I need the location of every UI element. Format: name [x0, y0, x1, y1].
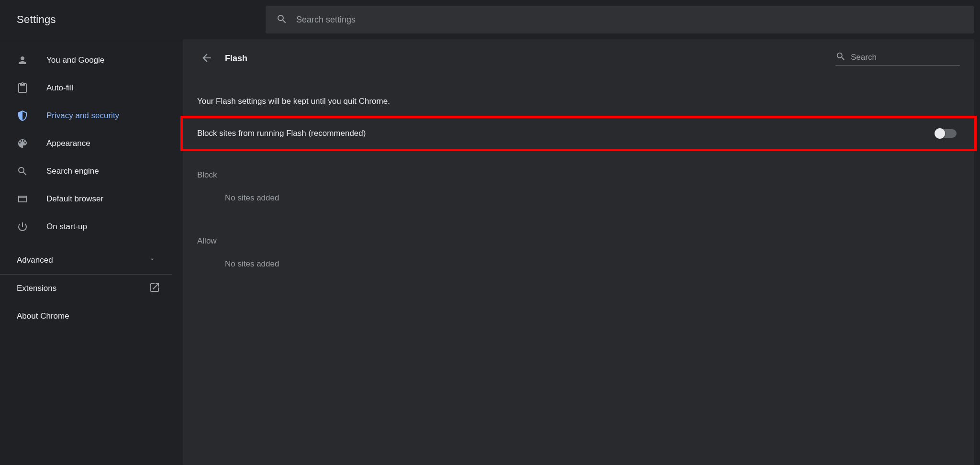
settings-panel: Flash Your Flash settings will be kept u…	[183, 39, 974, 465]
sidebar-item-appearance[interactable]: Appearance	[0, 130, 172, 157]
block-flash-toggle[interactable]	[935, 129, 957, 138]
sidebar-item-startup[interactable]: On start-up	[0, 213, 172, 241]
allow-empty-text: No sites added	[183, 251, 974, 283]
sidebar-item-label: Auto-fill	[46, 83, 74, 93]
sidebar-item-search-engine[interactable]: Search engine	[0, 157, 172, 185]
sidebar-item-label: On start-up	[46, 222, 87, 232]
back-button[interactable]	[197, 49, 216, 68]
sidebar: You and Google Auto-fill Privacy and sec…	[0, 39, 172, 465]
open-external-icon	[149, 282, 160, 296]
toggle-knob	[935, 128, 945, 139]
app-header: Settings	[0, 0, 980, 39]
sidebar-item-default-browser[interactable]: Default browser	[0, 185, 172, 213]
main-area: Flash Your Flash settings will be kept u…	[172, 39, 980, 465]
sidebar-about[interactable]: About Chrome	[0, 302, 172, 330]
sidebar-item-label: You and Google	[46, 55, 104, 65]
sidebar-item-label: Search engine	[46, 166, 99, 176]
sidebar-item-you-and-google[interactable]: You and Google	[0, 46, 172, 74]
page-title: Flash	[225, 54, 247, 64]
header-search[interactable]	[266, 6, 974, 33]
browser-icon	[17, 193, 28, 205]
sidebar-item-label: Appearance	[46, 139, 90, 148]
person-icon	[17, 55, 28, 66]
app-title: Settings	[17, 13, 56, 26]
sidebar-advanced[interactable]: Advanced	[0, 246, 172, 274]
panel-search[interactable]	[835, 51, 960, 66]
shield-icon	[17, 110, 28, 122]
clipboard-icon	[17, 82, 28, 94]
search-icon	[276, 13, 288, 26]
arrow-back-icon	[200, 52, 213, 66]
panel-search-input[interactable]	[851, 53, 960, 62]
power-icon	[17, 221, 28, 232]
search-icon	[17, 166, 28, 177]
block-section-label: Block	[183, 151, 974, 185]
flash-info-text: Your Flash settings will be kept until y…	[183, 78, 974, 116]
extensions-label: Extensions	[17, 284, 56, 293]
block-empty-text: No sites added	[183, 185, 974, 217]
palette-icon	[17, 138, 28, 149]
block-flash-label: Block sites from running Flash (recommen…	[197, 129, 366, 138]
sidebar-item-autofill[interactable]: Auto-fill	[0, 74, 172, 102]
block-flash-row: Block sites from running Flash (recommen…	[180, 116, 977, 151]
sidebar-item-label: Privacy and security	[46, 111, 119, 121]
sidebar-item-privacy[interactable]: Privacy and security	[0, 102, 172, 130]
panel-header: Flash	[183, 39, 974, 78]
search-icon	[835, 51, 846, 63]
advanced-label: Advanced	[17, 255, 53, 265]
allow-section-label: Allow	[183, 217, 974, 251]
about-label: About Chrome	[17, 311, 69, 321]
chevron-down-icon	[149, 255, 156, 265]
sidebar-item-label: Default browser	[46, 194, 103, 204]
sidebar-extensions[interactable]: Extensions	[0, 275, 172, 302]
header-search-input[interactable]	[296, 15, 964, 25]
